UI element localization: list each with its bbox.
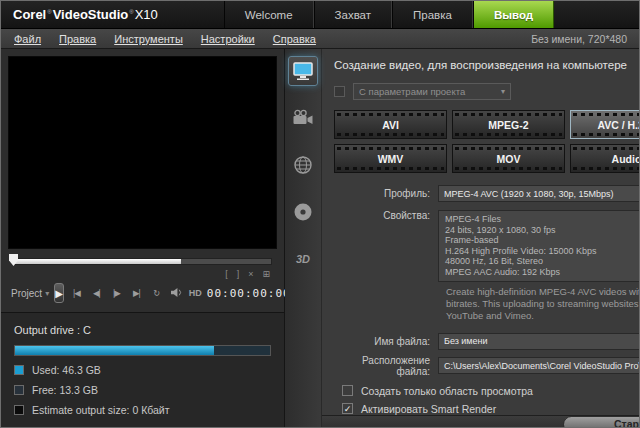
enlarge-icon[interactable]: ⊞ <box>262 269 270 279</box>
volume-button[interactable] <box>169 287 184 300</box>
project-params-select[interactable]: С параметрами проекта ▾ <box>353 83 511 100</box>
estimate-swatch <box>14 405 24 415</box>
menu-settings[interactable]: Настройки <box>192 33 264 45</box>
free-label: Free: 13.3 GB <box>32 384 98 396</box>
go-end-button[interactable]: ▶| <box>129 288 144 298</box>
menu-file[interactable]: Файл <box>5 33 50 45</box>
share-target-web[interactable] <box>288 150 318 180</box>
preview-only-label: Создать только область просмотра <box>361 385 533 397</box>
filename-input[interactable]: Без имени <box>438 333 640 350</box>
location-row: Расположение файла: C:\Users\Alex\Docume… <box>334 355 640 377</box>
location-input[interactable]: C:\Users\Alex\Documents\Corel VideoStudi… <box>438 357 640 374</box>
menu-bar: Файл Правка Инструменты Настройки Справк… <box>1 29 639 49</box>
share-target-disc[interactable] <box>288 197 318 227</box>
reg-mark: ® <box>47 9 51 15</box>
project-mode-label: Project <box>11 288 42 299</box>
disc-icon <box>293 202 313 222</box>
speaker-icon <box>170 287 183 298</box>
filename-row: Имя файла: Без имени <box>334 333 640 350</box>
profile-label: Профиль: <box>334 188 438 199</box>
menu-tools[interactable]: Инструменты <box>105 33 192 45</box>
scrubber-played <box>14 259 181 264</box>
properties-line: MPEG AAC Audio: 192 Kbps <box>445 267 640 278</box>
dropdown-arrow-icon: ▾ <box>45 289 49 298</box>
prev-frame-button[interactable]: ◀| <box>89 288 104 298</box>
format-button[interactable]: AVI <box>334 110 447 139</box>
properties-line: 48000 Hz, 16 Bit, Stereo <box>445 256 640 267</box>
location-label: Расположение файла: <box>334 355 438 377</box>
split-icon[interactable]: × <box>248 269 253 279</box>
output-drive-section: Output drive : C Used: 46.3 GB Free: 13.… <box>1 312 284 427</box>
trim-toolbar: [ ] × ⊞ <box>1 268 270 279</box>
output-drive-fill <box>15 346 214 355</box>
used-swatch <box>14 365 24 375</box>
filename-label: Имя файла: <box>334 336 438 347</box>
dropdown-arrow-icon: ▾ <box>501 87 505 96</box>
share-bottom-bar: Старт <box>322 415 640 428</box>
three-d-icon: 3D <box>296 253 310 265</box>
format-description: Create high-definition MPEG-4 AVC videos… <box>446 286 640 323</box>
app-window: Corel® VideoStudio® X10 Welcome Захват П… <box>0 0 640 428</box>
mode-tabs: Welcome Захват Правка Вывод <box>224 1 554 28</box>
project-params-checkbox[interactable] <box>334 86 345 97</box>
preview-only-row: Создать только область просмотра <box>342 385 640 397</box>
legend-free: Free: 13.3 GB <box>14 384 271 396</box>
mark-in-icon[interactable]: [ <box>225 269 228 279</box>
profile-row: Профиль: MPEG-4 AVC (1920 x 1080, 30p, 1… <box>334 185 640 202</box>
properties-line: MPEG-4 Files <box>445 214 640 225</box>
menu-edit[interactable]: Правка <box>50 33 105 45</box>
format-button[interactable]: MOV <box>452 144 565 173</box>
check-icon: ✓ <box>344 404 352 414</box>
play-button[interactable]: ▶ <box>54 283 64 303</box>
smart-render-checkbox[interactable]: ✓ <box>342 403 353 414</box>
document-status: Без имени, 720*480 <box>531 33 635 45</box>
share-target-3d[interactable]: 3D <box>288 244 318 274</box>
smart-render-row: ✓ Активировать Smart Render <box>342 403 640 415</box>
properties-box: MPEG-4 Files 24 bits, 1920 x 1080, 30 fp… <box>438 210 640 282</box>
profile-select[interactable]: MPEG-4 AVC (1920 x 1080, 30p, 15Mbps) ▾ <box>438 185 640 202</box>
share-panel: 3D Создание видео, для воспроизведения н… <box>285 49 640 427</box>
properties-label: Свойства: <box>334 210 438 221</box>
preview-only-checkbox[interactable] <box>342 385 353 396</box>
output-drive-title: Output drive : C <box>14 324 271 336</box>
go-start-button[interactable]: |◀ <box>69 288 84 298</box>
project-params-row: С параметрами проекта ▾ <box>334 83 640 100</box>
project-mode-dropdown[interactable]: Project ▾ <box>11 288 49 299</box>
share-target-device[interactable] <box>288 103 318 133</box>
app-logo: Corel® VideoStudio® X10 <box>1 1 170 28</box>
transport-bar: Project ▾ ▶ |◀ ◀| |▶ ▶| ↻ HD 00 <box>11 281 274 305</box>
mark-out-icon[interactable]: ] <box>237 269 240 279</box>
logo-product: VideoStudio <box>53 7 129 22</box>
format-button[interactable]: Audio <box>570 144 640 173</box>
properties-line: H.264 High Profile Video: 15000 Kbps <box>445 246 640 257</box>
share-target-computer[interactable] <box>288 56 318 86</box>
menu-help[interactable]: Справка <box>264 33 325 45</box>
format-button[interactable]: WMV <box>334 144 447 173</box>
next-frame-button[interactable]: |▶ <box>109 288 124 298</box>
monitor-icon <box>292 61 314 81</box>
reg-mark: ® <box>129 9 133 15</box>
preview-panel: [ ] × ⊞ Project ▾ ▶ |◀ ◀| |▶ ▶| ↻ <box>1 49 285 427</box>
properties-row: Свойства: MPEG-4 Files 24 bits, 1920 x 1… <box>334 210 640 282</box>
free-swatch <box>14 385 24 395</box>
share-heading: Создание видео, для воспроизведения на к… <box>334 59 640 71</box>
tab-share[interactable]: Вывод <box>473 1 554 28</box>
used-label: Used: 46.3 GB <box>32 364 101 376</box>
format-button[interactable]: AVC / H.264 <box>570 110 640 139</box>
format-grid: AVI MPEG-2 AVC / H.264 WMV MOV Audio <box>334 110 640 173</box>
scrubber-track[interactable] <box>13 258 272 265</box>
tab-welcome[interactable]: Welcome <box>224 1 314 28</box>
tab-capture[interactable]: Захват <box>314 1 392 28</box>
tab-edit[interactable]: Правка <box>392 1 473 28</box>
profile-value: MPEG-4 AVC (1920 x 1080, 30p, 15Mbps) <box>444 189 613 199</box>
start-render-button[interactable]: Старт <box>563 416 640 428</box>
logo-corel: Corel <box>13 7 46 22</box>
hd-toggle-button[interactable]: HD <box>189 288 202 298</box>
format-picker: AVI MPEG-2 AVC / H.264 WMV MOV Audio <box>334 110 640 173</box>
estimate-label: Estimate output size: 0 Кбайт <box>32 404 170 416</box>
format-button[interactable]: MPEG-2 <box>452 110 565 139</box>
scrubber[interactable] <box>13 255 272 267</box>
smart-render-label: Активировать Smart Render <box>361 403 496 415</box>
repeat-button[interactable]: ↻ <box>149 288 164 298</box>
timecode-display: 00:00:00:00 <box>207 287 291 300</box>
